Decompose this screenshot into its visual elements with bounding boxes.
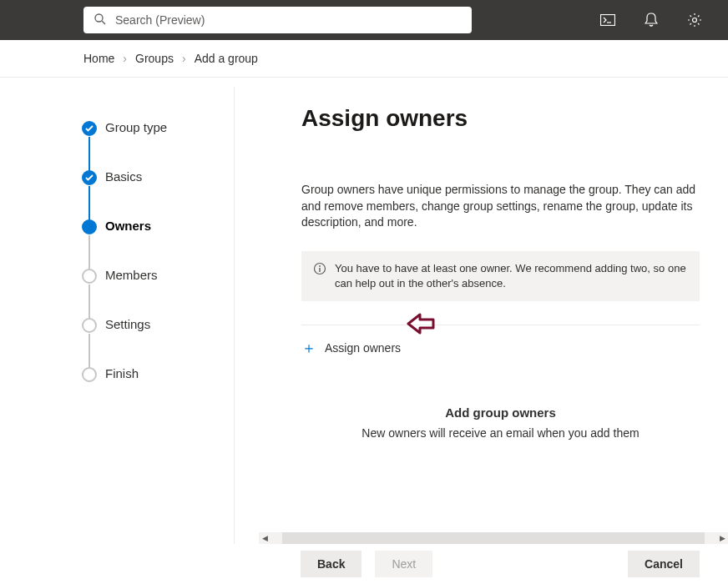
breadcrumb-groups[interactable]: Groups	[135, 52, 174, 65]
info-banner: You have to have at least one owner. We …	[301, 251, 700, 301]
info-text: You have to have at least one owner. We …	[335, 261, 688, 291]
breadcrumb-add-group[interactable]: Add a group	[195, 52, 258, 65]
step-settings[interactable]: Settings	[82, 317, 234, 366]
step-owners[interactable]: Owners	[82, 219, 234, 268]
step-label: Owners	[105, 219, 151, 233]
horizontal-scrollbar[interactable]: ◀ ▶	[259, 532, 728, 544]
svg-point-6	[319, 265, 321, 267]
circle-icon	[82, 318, 97, 333]
next-button: Next	[375, 551, 432, 577]
current-step-icon	[82, 219, 97, 234]
breadcrumb-home[interactable]: Home	[83, 52, 114, 65]
step-members[interactable]: Members	[82, 268, 234, 317]
search-icon	[94, 13, 107, 28]
step-label: Settings	[105, 317, 150, 331]
top-bar	[0, 0, 728, 40]
assign-owners-label: Assign owners	[325, 341, 401, 355]
step-finish[interactable]: Finish	[82, 366, 234, 380]
content-pane: Assign owners Group owners have unique p…	[235, 78, 728, 581]
back-button[interactable]: Back	[301, 551, 361, 577]
check-icon	[82, 170, 97, 185]
search-box[interactable]	[83, 7, 472, 33]
svg-point-4	[693, 18, 697, 23]
page-title: Assign owners	[301, 105, 700, 132]
breadcrumb: Home › Groups › Add a group	[0, 40, 728, 78]
svg-rect-7	[319, 268, 320, 272]
step-basics[interactable]: Basics	[82, 169, 234, 219]
scroll-left-icon[interactable]: ◀	[259, 534, 270, 542]
step-label: Members	[105, 268, 158, 282]
chevron-right-icon: ›	[123, 52, 127, 65]
cloudshell-icon[interactable]	[591, 3, 624, 37]
info-icon	[313, 262, 326, 291]
chevron-right-icon: ›	[182, 52, 186, 65]
scrollbar-track[interactable]	[282, 532, 705, 544]
empty-state: Add group owners New owners will receive…	[301, 405, 700, 440]
search-input[interactable]	[115, 13, 462, 27]
svg-point-0	[95, 14, 103, 22]
cancel-button[interactable]: Cancel	[628, 551, 700, 577]
step-group-type[interactable]: Group type	[82, 120, 234, 169]
circle-icon	[82, 269, 97, 284]
settings-icon[interactable]	[678, 3, 711, 37]
plus-icon: ＋	[301, 340, 316, 355]
assign-owners-link[interactable]: ＋ Assign owners	[301, 340, 401, 355]
empty-state-subtitle: New owners will receive an email when yo…	[301, 426, 700, 440]
step-label: Finish	[105, 366, 139, 380]
svg-line-1	[102, 21, 105, 24]
wizard-steps-sidebar: Group type Basics Owners Members Setting…	[0, 87, 235, 581]
svg-rect-2	[601, 15, 615, 26]
notifications-icon[interactable]	[634, 3, 668, 37]
step-label: Group type	[105, 120, 167, 134]
check-icon	[82, 121, 97, 136]
page-description: Group owners have unique permissions to …	[301, 182, 700, 231]
step-label: Basics	[105, 169, 142, 184]
circle-icon	[82, 367, 97, 382]
empty-state-title: Add group owners	[301, 405, 700, 420]
scroll-right-icon[interactable]: ▶	[716, 534, 728, 542]
divider	[301, 325, 700, 325]
wizard-footer: Back Next Cancel	[0, 544, 728, 584]
